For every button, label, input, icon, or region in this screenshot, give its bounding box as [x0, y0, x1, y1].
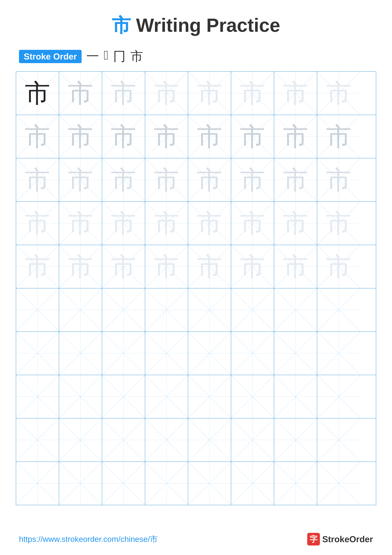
grid-cell[interactable]: 市 — [102, 115, 145, 158]
grid-cell[interactable]: 市 — [102, 202, 145, 245]
grid-cell[interactable]: 市 — [145, 72, 188, 115]
grid-cell[interactable] — [16, 332, 59, 375]
grid-cell[interactable] — [59, 418, 102, 461]
grid-row[interactable] — [16, 332, 376, 375]
grid-cell[interactable]: 市 — [145, 115, 188, 158]
grid-cell[interactable] — [16, 375, 59, 418]
grid-row[interactable]: 市 市 市 市 市 市 市 市 — [16, 115, 376, 158]
grid-cell[interactable] — [16, 288, 59, 331]
grid-cell[interactable]: 市 — [102, 158, 145, 201]
grid-row[interactable] — [16, 288, 376, 332]
grid-cell[interactable]: 市 — [274, 158, 317, 201]
grid-cell[interactable]: 市 — [231, 115, 274, 158]
grid-cell[interactable]: 市 — [188, 202, 231, 245]
grid-cell[interactable] — [317, 288, 360, 331]
grid-cell[interactable]: 市 — [274, 115, 317, 158]
grid-cell[interactable] — [59, 332, 102, 375]
grid-row[interactable] — [16, 418, 376, 462]
grid-cell[interactable]: 市 — [16, 158, 59, 201]
grid-cell[interactable] — [188, 375, 231, 418]
svg-line-142 — [317, 418, 360, 461]
grid-cell[interactable]: 市 — [59, 115, 102, 158]
grid-cell[interactable]: 市 — [274, 245, 317, 288]
practice-char: 市 — [283, 124, 308, 149]
grid-cell[interactable] — [102, 288, 145, 331]
grid-cell[interactable] — [145, 288, 188, 331]
grid-cell[interactable] — [59, 462, 102, 505]
grid-cell[interactable]: 市 — [102, 72, 145, 115]
grid-cell[interactable] — [231, 462, 274, 505]
practice-char: 市 — [326, 80, 351, 106]
grid-cell[interactable] — [274, 288, 317, 331]
grid-cell[interactable] — [16, 418, 59, 461]
grid-cell[interactable]: 市 — [145, 245, 188, 288]
grid-cell[interactable] — [231, 375, 274, 418]
grid-cell[interactable] — [145, 418, 188, 461]
grid-cell[interactable] — [317, 375, 360, 418]
grid-cell[interactable]: 市 — [16, 115, 59, 158]
grid-cell[interactable]: 市 — [317, 72, 360, 115]
grid-cell[interactable]: 市 — [231, 245, 274, 288]
grid-row[interactable]: 市 市 市 市 市 市 市 市 — [16, 245, 376, 288]
grid-cell[interactable] — [274, 418, 317, 461]
grid-cell[interactable]: 市 — [59, 245, 102, 288]
practice-char: 市 — [25, 167, 50, 193]
grid-cell[interactable]: 市 — [231, 158, 274, 201]
practice-char: 市 — [25, 254, 50, 279]
grid-cell[interactable] — [188, 418, 231, 461]
grid-cell[interactable]: 市 — [145, 158, 188, 201]
grid-cell[interactable] — [188, 462, 231, 505]
grid-cell[interactable] — [317, 332, 360, 375]
grid-cell[interactable]: 市 — [274, 72, 317, 115]
svg-line-141 — [274, 419, 317, 461]
grid-cell[interactable]: 市 — [317, 115, 360, 158]
grid-cell[interactable]: 市 — [16, 72, 59, 115]
grid-cell[interactable] — [274, 462, 317, 505]
grid-cell[interactable]: 市 — [317, 158, 360, 201]
grid-cell[interactable] — [188, 332, 231, 375]
grid-cell[interactable] — [274, 332, 317, 375]
grid-cell[interactable]: 市 — [231, 72, 274, 115]
grid-row[interactable] — [16, 462, 376, 505]
grid-cell[interactable]: 市 — [317, 202, 360, 245]
practice-char: 市 — [111, 211, 136, 236]
grid-cell[interactable] — [317, 418, 360, 461]
grid-cell[interactable] — [145, 375, 188, 418]
grid-row[interactable] — [16, 375, 376, 418]
grid-cell[interactable] — [59, 288, 102, 331]
grid-cell[interactable] — [145, 462, 188, 505]
grid-cell[interactable] — [231, 418, 274, 461]
grid-row[interactable]: 市 市 市 市 市 市 市 市 — [16, 202, 376, 245]
grid-cell[interactable] — [231, 332, 274, 375]
grid-cell[interactable] — [102, 418, 145, 461]
grid-cell[interactable] — [145, 332, 188, 375]
grid-cell[interactable]: 市 — [188, 245, 231, 288]
grid-cell[interactable] — [317, 462, 360, 505]
practice-char: 市 — [197, 124, 222, 149]
grid-cell[interactable]: 市 — [274, 202, 317, 245]
grid-cell[interactable]: 市 — [317, 245, 360, 288]
grid-cell[interactable] — [102, 332, 145, 375]
grid-cell[interactable]: 市 — [231, 202, 274, 245]
grid-cell[interactable]: 市 — [188, 158, 231, 201]
grid-cell[interactable] — [16, 462, 59, 505]
svg-line-103 — [145, 332, 188, 375]
grid-cell[interactable] — [274, 375, 317, 418]
grid-cell[interactable]: 市 — [145, 202, 188, 245]
grid-cell[interactable] — [188, 288, 231, 331]
grid-cell[interactable] — [59, 375, 102, 418]
grid-row[interactable]: 市 市 市 市 市 市 市 市 — [16, 72, 376, 115]
grid-cell[interactable]: 市 — [188, 115, 231, 158]
grid-cell[interactable]: 市 — [16, 245, 59, 288]
grid-cell[interactable] — [231, 288, 274, 331]
grid-cell[interactable]: 市 — [59, 202, 102, 245]
grid-cell[interactable]: 市 — [102, 245, 145, 288]
grid-cell[interactable]: 市 — [188, 72, 231, 115]
grid-row[interactable]: 市 市 市 市 市 市 市 市 — [16, 158, 376, 202]
grid-cell[interactable] — [102, 375, 145, 418]
grid-cell[interactable]: 市 — [59, 158, 102, 201]
svg-line-152 — [188, 462, 231, 505]
grid-cell[interactable]: 市 — [16, 202, 59, 245]
grid-cell[interactable] — [102, 462, 145, 505]
grid-cell[interactable]: 市 — [59, 72, 102, 115]
